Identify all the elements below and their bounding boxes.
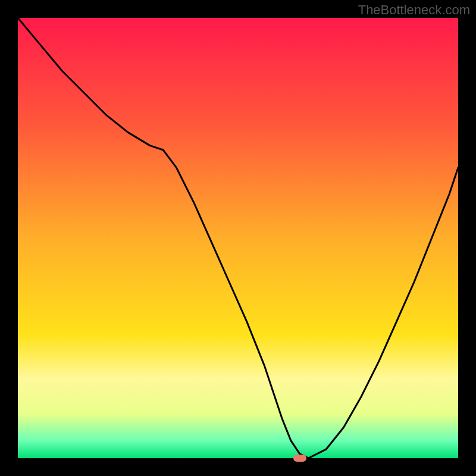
watermark-text: TheBottleneck.com: [358, 2, 470, 18]
chart-curve: [18, 18, 458, 458]
chart-plot-area: [18, 18, 458, 458]
chart-marker: [293, 455, 306, 462]
